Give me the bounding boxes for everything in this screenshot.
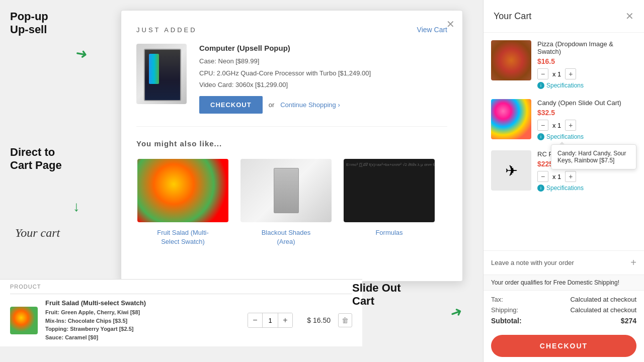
candy-info: Candy (Open Slide Out Cart) $32.5 − x 1 … (537, 99, 636, 140)
cart-item-pizza: Pizza (Dropdown Image & Swatch) $16.5 − … (491, 40, 636, 89)
cart-item-topping: Topping: Strawberry Yogart [$2.5] (45, 325, 240, 333)
cart-close-button[interactable]: ✕ (625, 10, 634, 22)
product-cpu: CPU: 2.0GHz Quad-Core Processor with Tur… (199, 68, 371, 78)
qty-increase-button[interactable]: + (278, 313, 292, 327)
pizza-qty-decrease[interactable]: − (537, 68, 548, 79)
candy-qty-increase[interactable]: + (565, 120, 576, 131)
candy-qty-decrease[interactable]: − (537, 120, 548, 131)
your-cart-label: Your cart (15, 226, 60, 240)
cart-item-candy: Candy (Open Slide Out Cart) $32.5 − x 1 … (491, 99, 636, 140)
plane-qty-increase[interactable]: + (565, 171, 576, 182)
cart-item-mixins: Mix-Ins: Chocolate Chips [$3.5] (45, 317, 240, 325)
plane-specs-icon: i (537, 185, 544, 192)
candy-price: $32.5 (537, 109, 636, 117)
plane-image: ✈ (491, 150, 531, 191)
pizza-image (491, 40, 531, 80)
candy-specs: i Specifications (537, 133, 636, 140)
formulas-image (343, 158, 436, 223)
upsell-section: You might also like... Fruit Salad (Mult… (136, 139, 447, 246)
plane-qty-row: − x 1 + (537, 171, 636, 182)
product-video-card: Video Card: 3060x [$1,299.00] (199, 80, 371, 90)
subtotal-label: Subtotal: (491, 317, 522, 325)
pizza-name: Pizza (Dropdown Image & Swatch) (537, 40, 636, 55)
upsell-item-formulas[interactable]: Formulas (343, 158, 436, 246)
quantity-control[interactable]: − + (248, 313, 293, 328)
fruit-salad-image (136, 158, 229, 223)
continue-shopping-link[interactable]: Continue Shopping › (280, 101, 340, 109)
qty-decrease-button[interactable]: − (248, 313, 262, 327)
cart-item-fruit: Fruit: Green Apple, Cherry, Kiwi [$8] (45, 308, 240, 317)
cart-checkout-button[interactable]: CHECKOUT (491, 335, 636, 357)
popup-actions: CHECKOUT or Continue Shopping › (199, 96, 371, 114)
blackout-shades-name: Blackout Shades(Area) (239, 228, 333, 246)
shipping-label: Shipping: (491, 306, 518, 314)
computer-image (136, 44, 187, 104)
popup-annotation-label: Pop-upUp-sell (10, 10, 48, 37)
popup-annotation: Pop-upUp-sell (10, 10, 48, 37)
arrow-to-slideout: ➜ (448, 303, 464, 322)
leave-note-label: Leave a note with your order (491, 259, 574, 266)
plane-qty-decrease[interactable]: − (537, 171, 548, 182)
subtotal-value: $274 (621, 317, 636, 325)
slideout-annotation: Slide OutCart (352, 282, 401, 308)
cart-item-name: Fruit Salad (Multi-select Swatch) (45, 299, 240, 307)
candy-qty-row: − x 1 + (537, 120, 636, 131)
qty-input[interactable] (262, 313, 278, 327)
cart-title: Your Cart (494, 11, 531, 22)
or-text: or (269, 101, 275, 109)
tax-row: Tax: Calculated at checkout (491, 296, 636, 303)
tax-value: Calculated at checkout (570, 296, 636, 303)
delete-item-button[interactable]: 🗑 (338, 313, 352, 327)
popup-header: JUST ADDED View Cart ✕ (136, 26, 447, 34)
arrow-to-popup: ➜ (74, 44, 88, 62)
shipping-row: Shipping: Calculated at checkout (491, 306, 636, 314)
pizza-specs: i Specifications (537, 82, 636, 89)
cart-product-info: Fruit Salad (Multi-select Swatch) Fruit:… (45, 299, 240, 341)
product-case: Case: Neon [$89.99] (199, 56, 371, 66)
candy-specs-icon: i (537, 133, 544, 140)
cart-product-image (10, 307, 38, 334)
product-details: Computer (Upsell Popup) Case: Neon [$89.… (136, 44, 447, 127)
view-cart-link[interactable]: View Cart (417, 26, 447, 34)
free-shipping-message: Your order qualifies for Free Domestic S… (484, 275, 644, 290)
pizza-qty-increase[interactable]: + (565, 68, 576, 79)
candy-specs-link[interactable]: Specifications (546, 133, 584, 140)
plane-specs-link[interactable]: Specifications (546, 185, 584, 192)
pizza-qty: x 1 (552, 70, 561, 78)
product-info: Computer (Upsell Popup) Case: Neon [$89.… (199, 44, 371, 114)
fruit-salad-name: Fruit Salad (Multi-Select Swatch) (136, 228, 229, 246)
candy-tooltip-text: Candy: Hard Candy, Sour Keys, Rainbow [$… (557, 150, 626, 164)
just-added-label: JUST ADDED (136, 26, 197, 34)
upsell-popup: JUST ADDED View Cart ✕ Computer (Upsell … (121, 10, 463, 282)
cart-page-annotation: Direct toCart Page (10, 146, 62, 172)
product-column-header: PRODUCT (10, 284, 41, 290)
product-name: Computer (Upsell Popup) (199, 44, 371, 52)
arrow-to-cart: ↓ (73, 199, 80, 215)
cart-page-annotation-label: Direct toCart Page (10, 146, 62, 172)
popup-close-button[interactable]: ✕ (446, 18, 455, 30)
cart-totals: Tax: Calculated at checkout Shipping: Ca… (484, 290, 644, 330)
upsell-item-fruit[interactable]: Fruit Salad (Multi-Select Swatch) (136, 158, 229, 246)
leave-note-section[interactable]: Leave a note with your order + (484, 250, 644, 275)
candy-image (491, 99, 531, 139)
plane-specs: i Specifications (537, 185, 636, 192)
plane-qty: x 1 (552, 173, 561, 180)
cart-item-price: $ 16.50 (300, 316, 331, 324)
shipping-value: Calculated at checkout (570, 306, 636, 314)
cart-page: PRODUCT Fruit Salad (Multi-select Swatch… (0, 279, 362, 346)
cart-item-sauce: Sauce: Caramel [$0] (45, 333, 240, 342)
tax-label: Tax: (491, 296, 503, 303)
pizza-qty-row: − x 1 + (537, 68, 636, 79)
leave-note-plus-button[interactable]: + (630, 257, 636, 268)
upsell-item-blackout[interactable]: Blackout Shades(Area) (239, 158, 333, 246)
popup-checkout-button[interactable]: CHECKOUT (199, 96, 263, 114)
candy-name: Candy (Open Slide Out Cart) (537, 99, 636, 107)
cart-header: Your Cart ✕ (484, 0, 644, 33)
pizza-info: Pizza (Dropdown Image & Swatch) $16.5 − … (537, 40, 636, 89)
pizza-specs-link[interactable]: Specifications (546, 82, 584, 89)
cart-table-header: PRODUCT (10, 280, 352, 294)
product-image (136, 44, 187, 104)
blackout-shades-image (239, 158, 333, 223)
candy-tooltip: Candy: Hard Candy, Sour Keys, Rainbow [$… (551, 144, 636, 169)
cart-row: Fruit Salad (Multi-select Swatch) Fruit:… (10, 294, 352, 346)
